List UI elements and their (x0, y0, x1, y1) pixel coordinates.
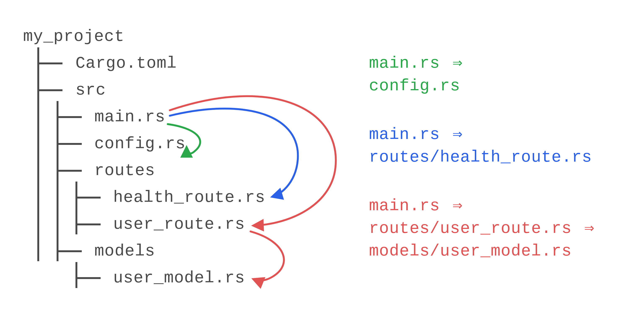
tree-file-health-route: health_route.rs (113, 189, 266, 206)
legend-blue-to: routes/health_route.rs (369, 149, 592, 166)
legend-green-to: config.rs (369, 78, 460, 94)
arrow-right-icon: ⇒ (450, 55, 463, 72)
arrow-right-icon: ⇒ (450, 198, 463, 214)
tree-branch-config (56, 143, 82, 145)
legend-red-mid: routes/user_route.rs (369, 219, 572, 238)
legend-red-line1: main.rs ⇒ (369, 198, 463, 214)
tree-root: my_project (23, 28, 124, 45)
legend-blue-from: main.rs (369, 125, 440, 144)
tree-branch-routes (56, 170, 82, 172)
tree-file-user-model: user_model.rs (113, 270, 245, 286)
tree-branch-health (76, 197, 100, 198)
tree-spine-models (76, 262, 77, 288)
tree-dir-routes: routes (94, 162, 155, 179)
tree-branch-main (56, 116, 82, 118)
dep-arrow-main-to-health (170, 108, 298, 197)
legend-green-line1: main.rs ⇒ (369, 55, 463, 72)
tree-branch-models (56, 250, 82, 252)
legend-blue-line1: main.rs ⇒ (369, 126, 463, 143)
arrow-right-icon: ⇒ (450, 126, 463, 143)
legend-red-from: main.rs (369, 197, 440, 215)
diagram-stage: my_project Cargo.toml src main.rs config… (0, 0, 644, 322)
tree-branch-cargo (37, 62, 62, 64)
tree-file-config: config.rs (94, 136, 186, 152)
tree-spine-d2 (56, 101, 58, 261)
dep-arrow-user-route-to-user-model (250, 232, 284, 280)
tree-spine-routes (76, 182, 77, 234)
legend-green-from: main.rs (369, 54, 440, 72)
arrow-right-icon: ⇒ (582, 220, 594, 237)
tree-spine-d1 (37, 48, 39, 261)
tree-file-user-route: user_route.rs (113, 216, 245, 232)
legend-red-to: models/user_model.rs (369, 243, 572, 259)
tree-dir-src: src (76, 82, 106, 98)
tree-file-main: main.rs (94, 109, 166, 125)
tree-branch-user-route (76, 224, 100, 225)
legend-red-line2: routes/user_route.rs ⇒ (369, 220, 594, 237)
tree-branch-src (37, 89, 62, 91)
tree-file-cargo: Cargo.toml (76, 55, 177, 72)
tree-branch-user-model (76, 277, 100, 279)
tree-dir-models: models (94, 243, 155, 259)
